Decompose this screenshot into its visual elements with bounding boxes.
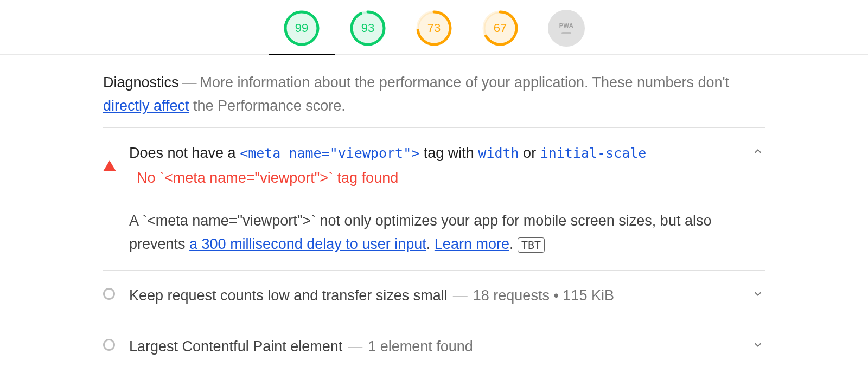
audit-lcp-element[interactable]: Largest Contentful Paint element—1 eleme… xyxy=(103,321,765,372)
fail-triangle-icon xyxy=(103,142,116,171)
score-gauge-performance[interactable]: 99 xyxy=(283,10,320,47)
diagnostics-panel: Diagnostics—More information about the p… xyxy=(103,55,765,371)
audit-viewport-learn-more-link[interactable]: Learn more xyxy=(435,236,509,252)
audit-viewport-description: A `<meta name="viewport">` not only opti… xyxy=(129,209,739,256)
score-gauge-accessibility[interactable]: 93 xyxy=(349,10,386,47)
active-tab-underline xyxy=(269,54,335,55)
score-gauges-row: 99 93 73 67 PWA xyxy=(0,0,868,55)
neutral-circle-icon xyxy=(103,336,116,351)
metric-tag-tbt: TBT xyxy=(518,237,545,253)
pwa-dash-icon xyxy=(561,32,571,34)
diagnostics-desc-before: More information about the performance o… xyxy=(200,74,730,91)
audit-request-counts-title: Keep request counts low and transfer siz… xyxy=(129,285,739,307)
audit-viewport[interactable]: Does not have a <meta name="viewport"> t… xyxy=(103,128,765,271)
audit-viewport-delay-link[interactable]: a 300 millisecond delay to user input xyxy=(189,236,426,252)
diagnostics-desc-after: the Performance score. xyxy=(189,98,346,114)
audit-request-counts[interactable]: Keep request counts low and transfer siz… xyxy=(103,271,765,321)
audit-viewport-error: No `<meta name="viewport">` tag found xyxy=(129,170,739,186)
score-value: 67 xyxy=(482,10,519,47)
audit-viewport-title: Does not have a <meta name="viewport"> t… xyxy=(129,142,739,164)
score-gauge-seo[interactable]: 67 xyxy=(482,10,519,47)
diagnostics-directly-affect-link[interactable]: directly affect xyxy=(103,98,189,114)
audit-lcp-element-title: Largest Contentful Paint element—1 eleme… xyxy=(129,336,739,358)
score-gauge-best-practices[interactable]: 73 xyxy=(416,10,452,47)
chevron-down-icon xyxy=(752,285,765,302)
score-value: 99 xyxy=(283,10,320,47)
score-value: 73 xyxy=(416,10,452,47)
diagnostics-title: Diagnostics xyxy=(103,74,179,91)
diagnostics-header: Diagnostics—More information about the p… xyxy=(103,71,765,128)
score-value: 93 xyxy=(349,10,386,47)
chevron-down-icon xyxy=(752,336,765,353)
pwa-badge-label: PWA xyxy=(559,22,574,29)
neutral-circle-icon xyxy=(103,285,116,300)
chevron-up-icon xyxy=(752,142,765,159)
score-gauge-pwa[interactable]: PWA xyxy=(548,10,585,47)
